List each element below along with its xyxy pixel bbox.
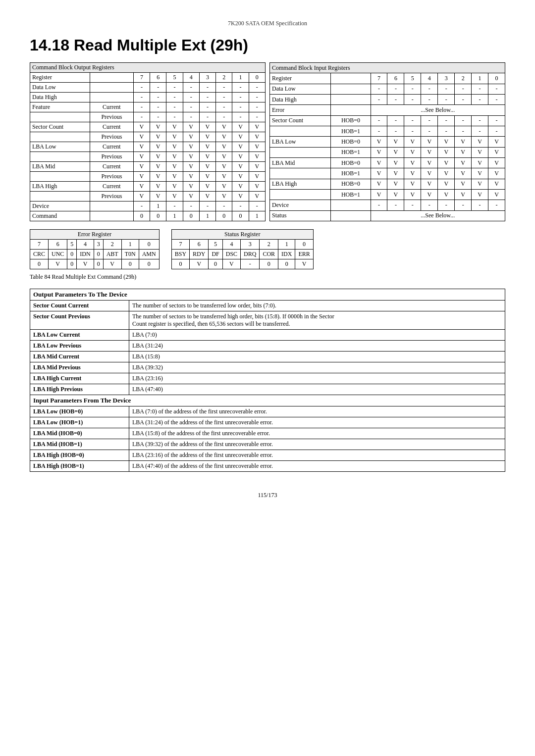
in-row-status: Status <box>270 210 331 221</box>
parameters-table: Output Parameters To The Device Sector C… <box>30 289 505 472</box>
param-row-scp: Sector Count Previous The number of sect… <box>30 311 505 330</box>
table-divider <box>163 229 167 269</box>
out-row-datalow: Data Low <box>30 83 90 93</box>
output-registers-table: Command Block Output Registers Register … <box>30 62 266 221</box>
param-label-lbahc: LBA High Current <box>30 373 129 384</box>
input-params-header-row: Input Parameters From The Device <box>30 395 505 406</box>
param-row-lbahigh-hob1: LBA High (HOB=1) LBA (47:40) of the addr… <box>30 461 505 472</box>
param-label-lbahigh-hob1: LBA High (HOB=1) <box>30 461 129 472</box>
param-value-lbahp: LBA (47:40) <box>129 384 505 395</box>
param-value-lbahc: LBA (23:16) <box>129 373 505 384</box>
out-row-lbahigh: LBA High <box>30 182 90 192</box>
out-row-datahigh: Data High <box>30 93 90 102</box>
out-row-command: Command <box>30 211 90 221</box>
param-row-lbalc: LBA Low Current LBA (7:0) <box>30 330 505 341</box>
param-row-lbahigh-hob0: LBA High (HOB=0) LBA (23:16) of the addr… <box>30 450 505 461</box>
param-label-lbamid-hob1: LBA Mid (HOB=1) <box>30 439 129 450</box>
table-caption: Table 84 Read Multiple Ext Command (29h) <box>30 273 505 281</box>
error-register-table: Error Register 7 6 5 4 3 2 1 0 CRC UNC 0… <box>30 229 160 269</box>
in-row-datalow: Data Low <box>270 84 331 94</box>
param-value-lbalp: LBA (31:24) <box>129 341 505 352</box>
param-value-lbalc: LBA (7:0) <box>129 330 505 341</box>
param-label-lbalow-hob1: LBA Low (HOB=1) <box>30 417 129 428</box>
param-row-lbahc: LBA High Current LBA (23:16) <box>30 373 505 384</box>
output-params-title: Output Parameters To The Device <box>30 289 505 301</box>
section-title: 14.18 Read Multiple Ext (29h) <box>30 36 505 54</box>
param-row-lbalow-hob1: LBA Low (HOB=1) LBA (31:24) of the addre… <box>30 417 505 428</box>
out-col-register: Register <box>30 73 90 83</box>
param-row-lbamid-hob0: LBA Mid (HOB=0) LBA (15:8) of the addres… <box>30 428 505 439</box>
out-row-lbalow: LBA Low <box>30 142 90 152</box>
param-value-lbalow-hob0: LBA (7:0) of the address of the first un… <box>129 406 505 417</box>
out-row-sectorcount: Sector Count <box>30 122 90 132</box>
param-value-scp: The number of sectors to be transferred … <box>129 311 505 330</box>
error-reg-title: Error Register <box>30 230 160 240</box>
param-value-lbamid-hob1: LBA (39:32) of the address of the first … <box>129 439 505 450</box>
param-row-lbamp: LBA Mid Previous LBA (39:32) <box>30 362 505 373</box>
page-number: 115/173 <box>258 492 277 499</box>
header-title: 7K200 SATA OEM Specification <box>228 20 307 27</box>
param-value-lbahigh-hob1: LBA (47:40) of the address of the first … <box>129 461 505 472</box>
param-label-scc: Sector Count Current <box>30 301 129 311</box>
out-row-lbamid: LBA Mid <box>30 162 90 172</box>
register-tables: Command Block Output Registers Register … <box>30 62 505 221</box>
param-label-lbamc: LBA Mid Current <box>30 352 129 362</box>
param-label-lbamp: LBA Mid Previous <box>30 362 129 373</box>
input-reg-title: Command Block Input Registers <box>270 63 505 73</box>
param-value-lbalow-hob1: LBA (31:24) of the address of the first … <box>129 417 505 428</box>
page-footer: 115/173 <box>30 492 505 499</box>
param-value-scc: The number of sectors to be transferred … <box>129 301 505 311</box>
err-status-wrapper: Error Register 7 6 5 4 3 2 1 0 CRC UNC 0… <box>30 229 505 269</box>
in-row-sectorcount: Sector Count <box>270 115 331 126</box>
input-params-title: Input Parameters From The Device <box>30 395 505 406</box>
output-params-header-row: Output Parameters To The Device <box>30 289 505 301</box>
param-value-lbahigh-hob0: LBA (23:16) of the address of the first … <box>129 450 505 461</box>
in-row-error: Error <box>270 105 331 115</box>
input-registers-table: Command Block Input Registers Register 7… <box>269 62 505 221</box>
param-label-lbahp: LBA High Previous <box>30 384 129 395</box>
param-row-lbahp: LBA High Previous LBA (47:40) <box>30 384 505 395</box>
param-label-lbalow-hob0: LBA Low (HOB=0) <box>30 406 129 417</box>
in-row-lbahigh: LBA High <box>270 179 331 189</box>
param-label-scp: Sector Count Previous <box>30 311 129 330</box>
out-row-feature: Feature <box>30 102 90 112</box>
in-row-datahigh: Data High <box>270 94 331 104</box>
param-row-scc: Sector Count Current The number of secto… <box>30 301 505 311</box>
page-header: 7K200 SATA OEM Specification <box>30 20 505 27</box>
param-label-lbamid-hob0: LBA Mid (HOB=0) <box>30 428 129 439</box>
status-reg-title: Status Register <box>171 230 313 240</box>
in-row-lbamid: LBA Mid <box>270 157 331 168</box>
param-row-lbalp: LBA Low Previous LBA (31:24) <box>30 341 505 352</box>
param-row-lbamid-hob1: LBA Mid (HOB=1) LBA (39:32) of the addre… <box>30 439 505 450</box>
param-label-lbalp: LBA Low Previous <box>30 341 129 352</box>
in-row-lbalow: LBA Low <box>270 137 331 147</box>
param-label-lbahigh-hob0: LBA High (HOB=0) <box>30 450 129 461</box>
param-value-lbamc: LBA (15:8) <box>129 352 505 362</box>
param-value-lbamid-hob0: LBA (15:8) of the address of the first u… <box>129 428 505 439</box>
output-reg-title: Command Block Output Registers <box>30 63 266 73</box>
param-row-lbalow-hob0: LBA Low (HOB=0) LBA (7:0) of the address… <box>30 406 505 417</box>
param-label-lbalc: LBA Low Current <box>30 330 129 341</box>
param-value-lbamp: LBA (39:32) <box>129 362 505 373</box>
param-row-lbamc: LBA Mid Current LBA (15:8) <box>30 352 505 362</box>
in-row-device: Device <box>270 200 331 210</box>
status-register-table: Status Register 7 6 5 4 3 2 1 0 BSY RDY … <box>171 229 314 269</box>
out-row-device: Device <box>30 202 90 211</box>
